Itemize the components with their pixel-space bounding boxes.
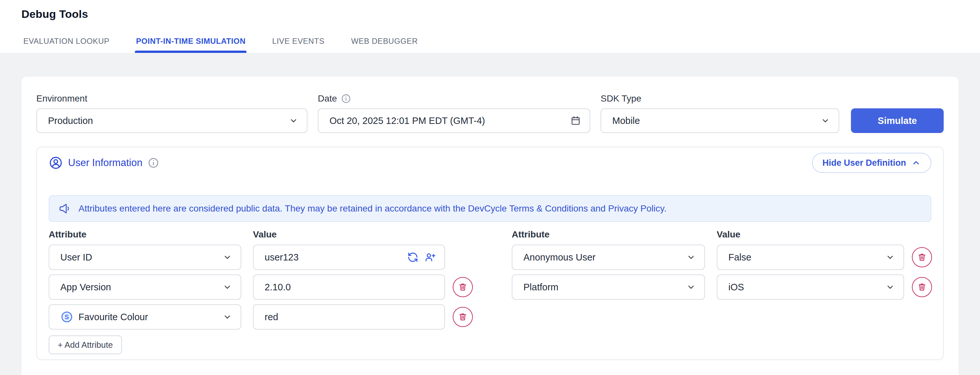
- chevron-down-icon: [885, 282, 895, 292]
- tab-evaluation-lookup[interactable]: EVALUATION LOOKUP: [23, 37, 109, 53]
- refresh-icon[interactable]: [407, 252, 418, 263]
- chevron-up-icon: [911, 158, 921, 168]
- delete-attribute-button[interactable]: [912, 247, 932, 267]
- trash-icon: [458, 312, 468, 322]
- value-input-app-version[interactable]: 2.10.0: [253, 274, 445, 300]
- environment-field: Environment Production: [36, 93, 307, 133]
- value-select-anonymous-user[interactable]: False: [717, 244, 904, 270]
- simulation-form-row: Environment Production Date Oct 20, 2025: [36, 93, 944, 133]
- date-value: Oct 20, 2025 12:01 PM EDT (GMT-4): [329, 115, 485, 126]
- string-type-badge-icon: S: [60, 310, 73, 324]
- value-input-favourite-colour[interactable]: red: [253, 304, 445, 330]
- tab-point-in-time-simulation[interactable]: POINT-IN-TIME SIMULATION: [136, 37, 245, 53]
- attribute-select-app-version[interactable]: App Version: [49, 274, 241, 300]
- sdk-type-field: SDK Type Mobile: [601, 93, 839, 133]
- add-attribute-button[interactable]: + Add Attribute: [49, 335, 122, 354]
- sdk-type-label: SDK Type: [601, 93, 641, 104]
- column-header-value: Value: [717, 229, 904, 240]
- delete-attribute-button[interactable]: [453, 277, 473, 297]
- chevron-down-icon: [686, 282, 696, 292]
- value-input-user-id[interactable]: user123: [253, 244, 445, 270]
- delete-attribute-button[interactable]: [912, 277, 932, 297]
- user-information-title: User Information: [68, 157, 142, 169]
- attribute-select-favourite-colour[interactable]: S Favourite Colour: [49, 304, 241, 330]
- date-input[interactable]: Oct 20, 2025 12:01 PM EDT (GMT-4): [318, 109, 590, 133]
- trash-icon: [458, 282, 468, 292]
- chevron-down-icon: [686, 252, 696, 262]
- chevron-down-icon: [223, 252, 232, 262]
- environment-value: Production: [48, 115, 93, 126]
- hide-user-definition-button[interactable]: Hide User Definition: [812, 153, 931, 173]
- trash-icon: [917, 252, 927, 262]
- delete-attribute-button[interactable]: [453, 307, 473, 327]
- simulate-button[interactable]: Simulate: [851, 109, 944, 133]
- column-header-attribute: Attribute: [49, 229, 241, 240]
- megaphone-icon: [58, 202, 72, 215]
- public-data-banner: Attributes entered here are considered p…: [49, 195, 931, 222]
- column-header-value: Value: [253, 229, 445, 240]
- chevron-down-icon: [223, 282, 232, 292]
- calendar-icon[interactable]: [570, 115, 581, 126]
- chevron-down-icon: [223, 312, 232, 322]
- tab-bar: EVALUATION LOOKUP POINT-IN-TIME SIMULATI…: [23, 37, 418, 53]
- page-title: Debug Tools: [0, 0, 980, 21]
- date-label: Date: [318, 93, 337, 104]
- attribute-grid: Attribute Value Attribute Value User ID …: [49, 229, 931, 330]
- user-information-section: User Information Hide User Definition At…: [36, 147, 944, 360]
- tab-web-debugger[interactable]: WEB DEBUGGER: [351, 37, 418, 53]
- page-body: Environment Production Date Oct 20, 2025: [0, 53, 980, 375]
- chevron-down-icon: [885, 252, 895, 262]
- public-data-banner-text: Attributes entered here are considered p…: [78, 203, 667, 214]
- environment-select[interactable]: Production: [36, 109, 307, 133]
- value-select-platform[interactable]: iOS: [717, 274, 904, 300]
- environment-label: Environment: [36, 93, 87, 104]
- chevron-down-icon: [289, 116, 298, 126]
- column-header-attribute: Attribute: [512, 229, 705, 240]
- attribute-select-user-id[interactable]: User ID: [49, 244, 241, 270]
- date-field: Date Oct 20, 2025 12:01 PM EDT (GMT-4): [318, 93, 590, 133]
- sdk-type-value: Mobile: [612, 115, 640, 126]
- tab-live-events[interactable]: LIVE EVENTS: [272, 37, 324, 53]
- simulation-card: Environment Production Date Oct 20, 2025: [21, 77, 959, 375]
- info-icon[interactable]: [148, 157, 159, 169]
- attribute-select-anonymous-user[interactable]: Anonymous User: [512, 244, 705, 270]
- user-information-header: User Information Hide User Definition: [49, 152, 931, 173]
- user-circle-icon: [49, 156, 63, 170]
- info-icon[interactable]: [341, 93, 351, 104]
- svg-text:S: S: [65, 313, 69, 321]
- trash-icon: [917, 282, 927, 292]
- sdk-type-select[interactable]: Mobile: [601, 109, 839, 133]
- chevron-down-icon: [821, 116, 830, 126]
- top-header: Debug Tools EVALUATION LOOKUP POINT-IN-T…: [0, 0, 980, 53]
- attribute-select-platform[interactable]: Platform: [512, 274, 705, 300]
- person-plus-icon[interactable]: [425, 252, 436, 263]
